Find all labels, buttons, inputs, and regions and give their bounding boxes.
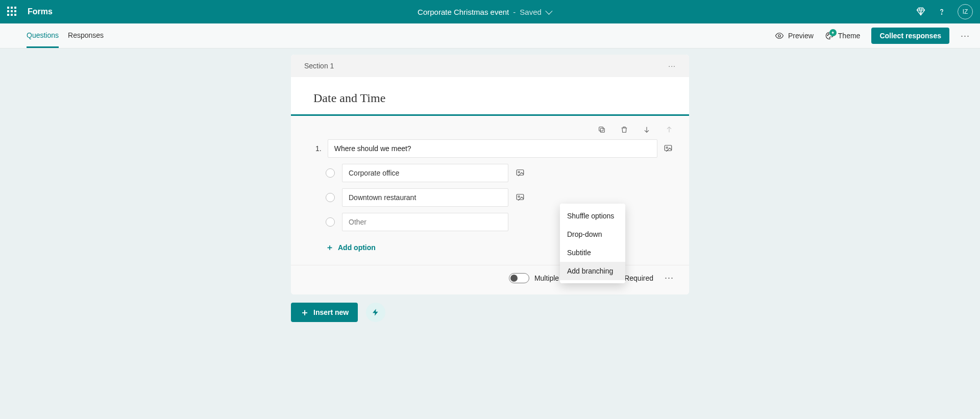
ai-suggestion-button[interactable] xyxy=(366,303,385,322)
plus-icon: ＋ xyxy=(326,243,334,252)
svg-point-0 xyxy=(941,14,942,14)
chevron-down-icon[interactable] xyxy=(545,8,552,15)
radio-icon[interactable] xyxy=(326,193,335,202)
move-down-icon[interactable] xyxy=(642,125,651,134)
theme-button[interactable]: Theme xyxy=(825,31,861,40)
required-label: Required xyxy=(624,274,653,282)
avatar[interactable]: IZ xyxy=(958,4,973,19)
waffle-icon[interactable] xyxy=(7,7,17,17)
delete-question-icon[interactable] xyxy=(620,125,629,134)
premium-diamond-icon[interactable] xyxy=(916,7,926,17)
theme-notification-badge xyxy=(829,29,837,36)
question-card: 1. xyxy=(291,114,689,294)
menu-subtitle[interactable]: Subtitle xyxy=(560,243,625,262)
question-text-input[interactable] xyxy=(328,139,657,158)
plus-icon: ＋ xyxy=(300,308,309,317)
svg-point-12 xyxy=(518,196,520,198)
svg-rect-5 xyxy=(600,128,604,132)
radio-icon[interactable] xyxy=(326,168,335,178)
collect-responses-button[interactable]: Collect responses xyxy=(871,28,949,44)
svg-point-8 xyxy=(666,147,668,149)
svg-point-2 xyxy=(827,35,828,36)
section-label[interactable]: Section 1 xyxy=(304,62,334,70)
preview-button[interactable]: Preview xyxy=(775,31,814,40)
question-context-menu: Shuffle options Drop-down Subtitle Add b… xyxy=(560,204,625,283)
app-header: Forms Corporate Christmas event - Saved … xyxy=(0,0,980,23)
multiple-answers-toggle[interactable] xyxy=(509,273,529,283)
question-number: 1. xyxy=(315,144,322,153)
insert-new-button[interactable]: ＋ Insert new xyxy=(291,303,358,322)
menu-shuffle-options[interactable]: Shuffle options xyxy=(560,207,625,225)
command-bar: Questions Responses Preview Theme Co xyxy=(0,23,980,48)
eye-icon xyxy=(775,31,784,40)
section-more-icon[interactable]: ··· xyxy=(668,62,676,70)
option-input-other[interactable] xyxy=(342,213,508,231)
section-title[interactable]: Date and Time xyxy=(313,91,667,105)
insert-new-label: Insert new xyxy=(313,308,349,316)
command-more-icon[interactable]: ··· xyxy=(961,31,970,41)
tab-questions[interactable]: Questions xyxy=(27,24,59,48)
option-input-2[interactable] xyxy=(342,188,508,207)
svg-rect-6 xyxy=(599,127,603,131)
option-media-icon[interactable] xyxy=(516,168,526,178)
option-input-1[interactable] xyxy=(342,164,508,182)
preview-label: Preview xyxy=(788,32,814,40)
status-separator: - xyxy=(513,8,516,16)
tab-responses[interactable]: Responses xyxy=(68,24,104,48)
option-media-icon[interactable] xyxy=(516,192,526,203)
canvas-scroll[interactable]: Section 1 ··· Date and Time xyxy=(0,48,980,419)
brand-label[interactable]: Forms xyxy=(28,7,53,16)
move-up-icon xyxy=(665,125,674,134)
question-more-icon[interactable]: ··· xyxy=(665,273,674,283)
palette-icon xyxy=(825,31,834,40)
menu-drop-down[interactable]: Drop-down xyxy=(560,225,625,243)
avatar-initials: IZ xyxy=(963,8,968,15)
document-title[interactable]: Corporate Christmas event xyxy=(418,8,509,16)
theme-label: Theme xyxy=(838,32,861,40)
insert-media-icon[interactable] xyxy=(664,143,674,154)
svg-point-1 xyxy=(778,35,781,37)
add-option-label: Add option xyxy=(338,243,376,252)
help-icon[interactable] xyxy=(937,7,946,16)
option-row xyxy=(315,164,674,182)
section-card: Section 1 ··· Date and Time xyxy=(291,55,689,294)
radio-icon[interactable] xyxy=(326,217,335,227)
save-status: Saved xyxy=(520,8,542,16)
svg-point-3 xyxy=(828,34,829,35)
menu-add-branching[interactable]: Add branching xyxy=(560,262,625,280)
copy-question-icon[interactable] xyxy=(597,125,606,134)
svg-point-10 xyxy=(518,171,520,173)
